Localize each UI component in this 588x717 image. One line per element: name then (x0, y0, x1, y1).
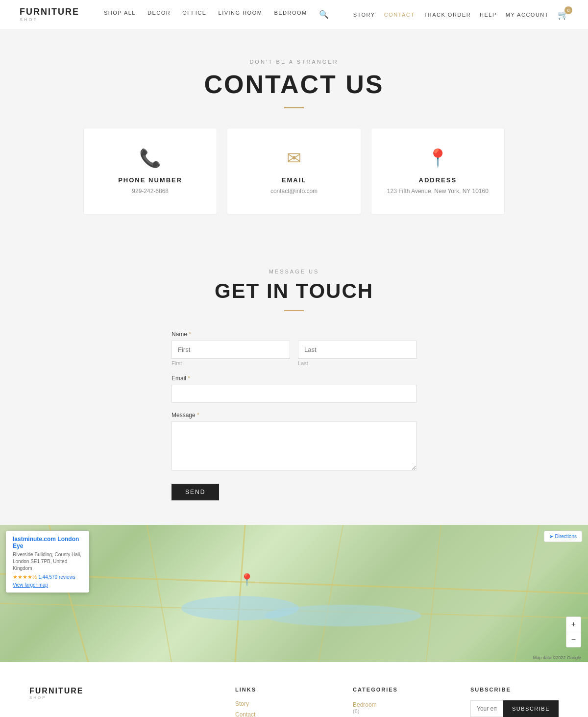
right-nav: STORY CONTACT TRACK ORDER HELP MY ACCOUN… (353, 9, 568, 20)
address-card-title: ADDRESS (386, 176, 490, 184)
first-name-sub-label: First (172, 360, 290, 366)
contact-us-title: CONTACT US (20, 70, 568, 99)
message-us-label: MESSAGE US (20, 269, 568, 274)
first-name-field: First (172, 341, 290, 366)
map-attribution: Map data ©2022 Google (533, 655, 581, 660)
last-name-input[interactable] (298, 341, 416, 359)
footer-links-col: LINKS Story Contact Track Order Help (235, 687, 323, 717)
name-label: Name * (172, 331, 416, 338)
logo[interactable]: FURNITURE SHOP (20, 7, 79, 22)
footer-subscribe-title: SUBSCRIBE (470, 687, 559, 692)
nav-help[interactable]: HELP (480, 12, 497, 18)
footer-links-title: LINKS (235, 687, 323, 692)
footer-link-contact[interactable]: Contact (235, 711, 323, 717)
footer-link-story[interactable]: Story (235, 700, 323, 707)
directions-button[interactable]: ➤ Directions (544, 531, 582, 542)
footer-cat-bedroom-link[interactable]: Bedroom (353, 701, 377, 708)
email-card-title: EMAIL (242, 176, 345, 184)
zoom-in-button[interactable]: + (566, 617, 581, 632)
nav-shop-all[interactable]: SHOP ALL (104, 10, 136, 19)
message-label: Message * (172, 412, 416, 419)
cart-badge: 0 (564, 6, 572, 14)
footer-logo-sub: SHOP (29, 695, 206, 700)
map-section: lastminute.com London Eye Riverside Buil… (0, 525, 588, 662)
view-larger-map-link[interactable]: View larger map (13, 582, 82, 588)
svg-line-5 (318, 525, 343, 662)
phone-number: 929-242-6868 (98, 188, 202, 195)
message-textarea[interactable] (172, 421, 416, 470)
directions-icon: ➤ (549, 534, 553, 539)
phone-icon: 📞 (98, 148, 202, 169)
address-icon: 📍 (386, 148, 490, 169)
map-reviews[interactable]: 1,44,570 reviews (38, 574, 75, 580)
dont-be-stranger-label: DON'T BE A STRANGER (20, 59, 568, 65)
send-button[interactable]: SEND (172, 484, 219, 500)
get-in-touch-section: MESSAGE US GET IN TOUCH Name * First Las… (0, 239, 588, 525)
title-divider-2 (284, 310, 304, 311)
last-name-sub-label: Last (298, 360, 416, 366)
map-pin: 📍 (240, 573, 254, 587)
nav-living-room[interactable]: LIVING ROOM (219, 10, 263, 19)
nav-decor[interactable]: DECOR (147, 10, 171, 19)
map-rating-row: ★★★★½ 1,44,570 reviews (13, 574, 82, 580)
cart-button[interactable]: 🛒 0 (558, 9, 568, 20)
name-row: First Last (172, 341, 416, 366)
map-placeholder: lastminute.com London Eye Riverside Buil… (0, 525, 588, 662)
email-address: contact@info.com (242, 188, 345, 195)
map-stars: ★★★★½ (13, 574, 37, 580)
main-nav: SHOP ALL DECOR OFFICE LIVING ROOM BEDROO… (104, 10, 329, 19)
phone-card-title: PHONE NUMBER (98, 176, 202, 184)
nav-my-account[interactable]: MY ACCOUNT (506, 12, 549, 18)
svg-line-3 (147, 525, 172, 662)
contact-hero-section: DON'T BE A STRANGER CONTACT US 📞 PHONE N… (0, 29, 588, 239)
title-divider (284, 107, 304, 108)
search-icon[interactable]: 🔍 (319, 10, 329, 19)
nav-track-order[interactable]: TRACK ORDER (424, 12, 471, 18)
footer-cat-bedroom: Bedroom (6) (353, 700, 441, 714)
svg-point-9 (265, 605, 421, 626)
footer-cat-bedroom-count: (6) (353, 708, 441, 714)
email-card: ✉ EMAIL contact@info.com (227, 128, 361, 215)
svg-line-7 (514, 525, 539, 662)
subscribe-button[interactable]: SUBSCRIBE (503, 700, 559, 717)
nav-contact[interactable]: CONTACT (384, 12, 415, 18)
site-header: FURNITURE SHOP SHOP ALL DECOR OFFICE LIV… (0, 0, 588, 29)
zoom-out-button[interactable]: − (566, 632, 581, 647)
footer-categories-col: CATEGORIES Bedroom (6) Decor (9) Living … (353, 687, 441, 717)
footer-categories-title: CATEGORIES (353, 687, 441, 692)
subscribe-email-input[interactable] (470, 700, 503, 717)
map-address: Riverside Building, County Hall,London S… (13, 551, 82, 572)
message-field-group: Message * (172, 412, 416, 472)
map-info-box: lastminute.com London Eye Riverside Buil… (6, 531, 89, 593)
map-zoom-controls: + − (566, 617, 581, 647)
footer-top: FURNITURE SHOP LINKS Story Contact Track… (29, 687, 559, 717)
email-icon: ✉ (242, 148, 345, 169)
name-field-group: Name * First Last (172, 331, 416, 366)
email-field-group: Email * (172, 375, 416, 403)
subscribe-row: SUBSCRIBE (470, 700, 559, 717)
footer-brand: FURNITURE SHOP (29, 687, 206, 717)
first-name-input[interactable] (172, 341, 290, 359)
map-place-name[interactable]: lastminute.com London Eye (13, 536, 82, 549)
email-input[interactable] (172, 385, 416, 403)
email-label: Email * (172, 375, 416, 382)
nav-office[interactable]: OFFICE (182, 10, 206, 19)
svg-line-6 (426, 525, 441, 662)
address-card: 📍 ADDRESS 123 Fifth Avenue, New York, NY… (371, 128, 505, 215)
logo-title: FURNITURE (20, 7, 79, 17)
nav-story[interactable]: STORY (353, 12, 375, 18)
address-detail: 123 Fifth Avenue, New York, NY 10160 (386, 188, 490, 195)
phone-card: 📞 PHONE NUMBER 929-242-6868 (83, 128, 217, 215)
logo-sub: SHOP (20, 17, 79, 22)
footer-logo-title: FURNITURE (29, 687, 206, 695)
footer-subscribe-col: SUBSCRIBE SUBSCRIBE (470, 687, 559, 717)
nav-bedroom[interactable]: BEDROOM (274, 10, 307, 19)
contact-cards: 📞 PHONE NUMBER 929-242-6868 ✉ EMAIL cont… (83, 128, 505, 215)
last-name-field: Last (298, 341, 416, 366)
contact-form: Name * First Last Email * (172, 331, 416, 500)
site-footer: FURNITURE SHOP LINKS Story Contact Track… (0, 662, 588, 717)
svg-line-4 (235, 525, 245, 662)
get-in-touch-title: GET IN TOUCH (20, 279, 568, 303)
